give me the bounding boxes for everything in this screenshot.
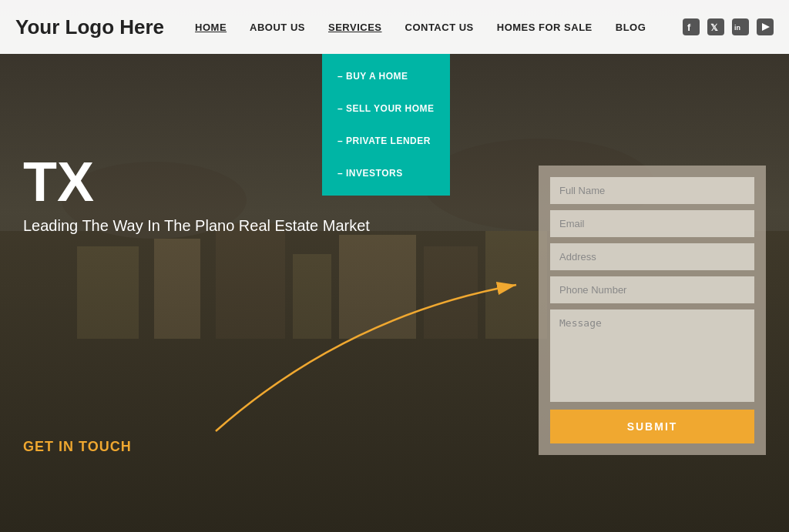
youtube-icon[interactable] <box>757 18 774 35</box>
nav-links: HOME ABOUT US SERVICES CONTACT US HOMES … <box>195 22 683 33</box>
hero-content: TX Leading The Way In The Plano Real Est… <box>23 154 370 235</box>
navbar: Your Logo Here HOME ABOUT US SERVICES CO… <box>0 0 789 54</box>
nav-contact[interactable]: CONTACT US <box>405 22 474 33</box>
dropdown-investors[interactable]: – INVESTORS <box>322 157 450 189</box>
dropdown-sell-home[interactable]: – SELL YOUR HOME <box>322 92 450 125</box>
dropdown-private-lender[interactable]: – PRIVATE LENDER <box>322 125 450 157</box>
twitter-icon[interactable]: 𝕏 <box>707 18 724 35</box>
svg-text:in: in <box>734 24 740 32</box>
nav-about[interactable]: ABOUT US <box>250 22 305 33</box>
address-input[interactable] <box>550 243 754 270</box>
facebook-icon[interactable]: f <box>683 18 700 35</box>
submit-button[interactable]: SUBMIT <box>550 410 754 443</box>
contact-form: SUBMIT <box>539 166 766 455</box>
hero-section: Your Logo Here HOME ABOUT US SERVICES CO… <box>0 0 789 532</box>
svg-rect-0 <box>683 18 700 35</box>
linkedin-icon[interactable]: in <box>732 18 749 35</box>
nav-services[interactable]: SERVICES <box>328 22 382 33</box>
logo: Your Logo Here <box>15 15 164 39</box>
services-dropdown: – BUY A HOME – SELL YOUR HOME – PRIVATE … <box>322 54 450 196</box>
message-input[interactable] <box>550 309 754 402</box>
arrow-graphic <box>193 277 524 447</box>
dropdown-buy-home[interactable]: – BUY A HOME <box>322 60 450 92</box>
hero-tx: TX <box>23 154 370 209</box>
nav-home[interactable]: HOME <box>195 22 227 33</box>
social-icons: f 𝕏 in <box>683 18 774 35</box>
svg-text:f: f <box>687 22 691 33</box>
phone-input[interactable] <box>550 276 754 303</box>
get-in-touch-cta[interactable]: GET IN TOUCH <box>23 439 132 455</box>
email-input[interactable] <box>550 210 754 237</box>
svg-text:𝕏: 𝕏 <box>710 22 718 33</box>
full-name-input[interactable] <box>550 177 754 204</box>
nav-blog[interactable]: BLOG <box>616 22 646 33</box>
hero-subtitle: Leading The Way In The Plano Real Estate… <box>23 217 370 235</box>
nav-homes[interactable]: HOMES FOR SALE <box>497 22 593 33</box>
